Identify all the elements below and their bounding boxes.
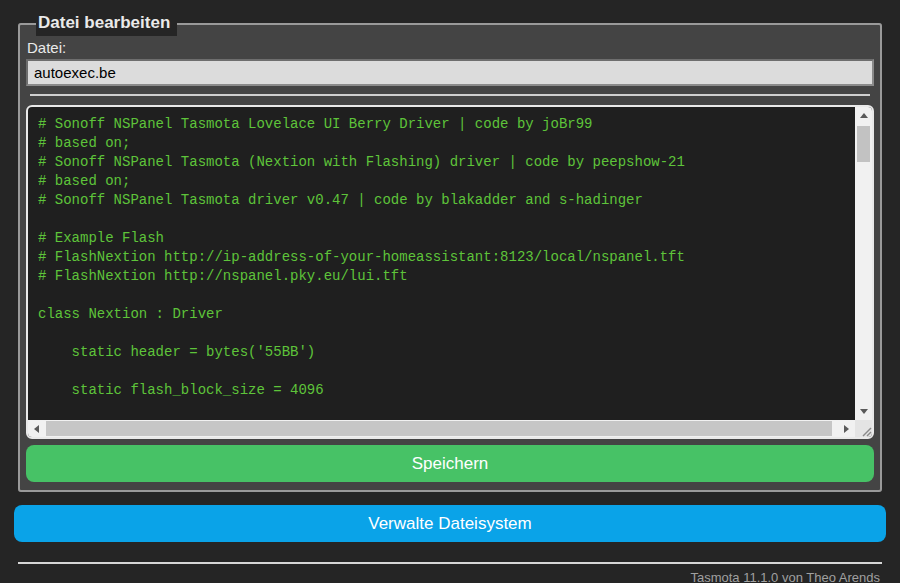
save-button[interactable]: Speichern: [26, 445, 874, 482]
footer-version-text: Tasmota 11.1.0 von Theo Arends: [18, 564, 882, 583]
file-label: Datei:: [27, 39, 874, 56]
triangle-left-icon: [34, 425, 39, 433]
filename-input[interactable]: [26, 59, 874, 86]
page: Datei bearbeiten Datei: # Sonoff NSPanel…: [0, 0, 900, 583]
fieldset-legend: Datei bearbeiten: [36, 12, 177, 36]
resize-grip-icon[interactable]: [855, 420, 872, 437]
scroll-up-icon[interactable]: [855, 107, 872, 124]
code-editor: # Sonoff NSPanel Tasmota Lovelace UI Ber…: [26, 105, 874, 439]
vertical-scrollbar[interactable]: [855, 107, 872, 420]
triangle-down-icon: [860, 409, 868, 414]
scroll-right-icon[interactable]: [838, 420, 855, 437]
file-edit-fieldset: Datei bearbeiten Datei: # Sonoff NSPanel…: [18, 12, 882, 492]
scroll-left-icon[interactable]: [28, 420, 45, 437]
scroll-down-icon[interactable]: [855, 403, 872, 420]
form-divider: [30, 94, 870, 96]
resize-grip-lines: [860, 425, 872, 437]
code-textarea[interactable]: # Sonoff NSPanel Tasmota Lovelace UI Ber…: [28, 107, 855, 420]
horizontal-scroll-thumb[interactable]: [46, 421, 832, 436]
triangle-right-icon: [844, 425, 849, 433]
triangle-up-icon: [860, 113, 868, 118]
manage-filesystem-button[interactable]: Verwalte Dateisystem: [14, 505, 886, 542]
footer: Tasmota 11.1.0 von Theo Arends: [18, 562, 882, 583]
horizontal-scrollbar[interactable]: [28, 420, 855, 437]
vertical-scroll-thumb[interactable]: [857, 126, 870, 162]
